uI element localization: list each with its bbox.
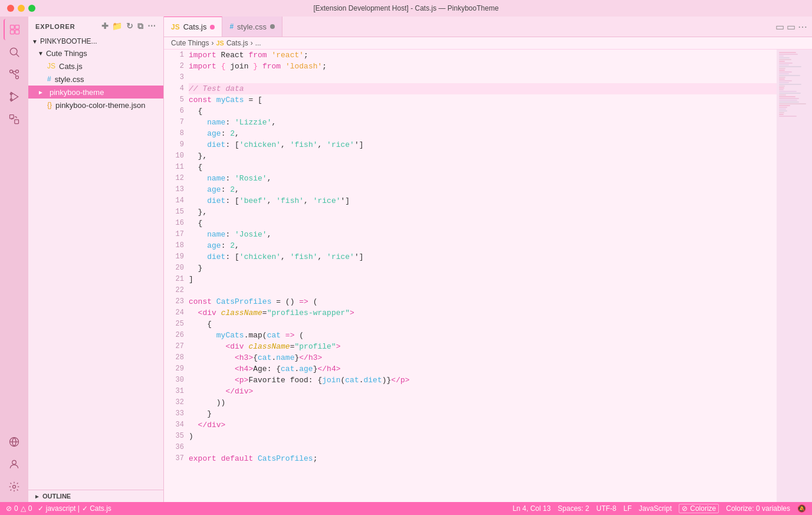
svg-line-5	[17, 54, 19, 57]
status-spaces[interactable]: Spaces: 2	[558, 504, 589, 513]
sidebar-title: Explorer	[35, 23, 75, 30]
code-line-25: {	[189, 319, 777, 330]
ellipsis-icon[interactable]: ⋯	[147, 21, 156, 31]
sidebar-header: Explorer ✚ 📁 ↻ ⧉ ⋯	[28, 17, 163, 36]
code-line-24: <div className="profiles-wrapper">	[189, 307, 777, 319]
editor-with-minimap: 1234567891011121314151617181920212223242…	[164, 50, 812, 502]
root-folder-name: PINKYBOOTHE...	[40, 37, 97, 45]
tab-cats-js[interactable]: JS Cats.js	[164, 17, 222, 37]
line-numbers: 1234567891011121314151617181920212223242…	[164, 50, 189, 502]
status-encoding[interactable]: UTF-8	[596, 504, 616, 513]
minimize-button[interactable]	[18, 5, 25, 12]
new-folder-icon[interactable]: 📁	[112, 21, 123, 31]
svg-rect-0	[11, 25, 15, 29]
breadcrumb-js-icon: JS	[216, 40, 223, 47]
sidebar-item-style-css[interactable]: # style.css	[28, 73, 163, 86]
status-language-server[interactable]: ✓ javascript | ✓ Cats.js	[38, 504, 111, 513]
activity-bar	[0, 17, 28, 502]
error-count: 0	[14, 504, 18, 513]
more-actions-icon[interactable]: ⋯	[798, 21, 807, 32]
activity-bar-item-remote[interactable]	[4, 431, 25, 452]
editor-area: JS Cats.js # style.css ▭ ▭ ⋯ Cute Things…	[164, 17, 812, 502]
code-line-28: <h3>{cat.name}</h3>	[189, 352, 777, 363]
status-bar: ⊘ 0 △ 0 ✓ javascript | ✓ Cats.js Ln 4, C…	[0, 502, 812, 515]
collapse-icon[interactable]: ⧉	[137, 21, 144, 31]
code-line-12: name: 'Rosie',	[189, 173, 777, 184]
activity-bar-item-git[interactable]	[4, 64, 25, 85]
line-ending-text: LF	[623, 504, 632, 513]
code-editor[interactable]: 1234567891011121314151617181920212223242…	[164, 50, 777, 502]
language-text: JavaScript	[639, 504, 672, 513]
sidebar-header-icons: ✚ 📁 ↻ ⧉ ⋯	[101, 21, 156, 31]
main-layout: Explorer ✚ 📁 ↻ ⧉ ⋯ ▼ PINKYBOOTHE... ▼ Cu…	[0, 17, 812, 502]
activity-bar-item-extensions[interactable]	[4, 109, 25, 130]
code-line-36	[189, 442, 777, 453]
svg-point-16	[12, 460, 17, 464]
maximize-button[interactable]	[28, 5, 35, 12]
svg-rect-13	[15, 120, 19, 124]
tab-style-css[interactable]: # style.css	[222, 17, 282, 37]
status-position[interactable]: Ln 4, Col 13	[512, 504, 551, 513]
breadcrumb-folder[interactable]: Cute Things	[171, 39, 209, 47]
json-file-icon: {}	[47, 101, 52, 109]
code-line-13: age: 2,	[189, 184, 777, 195]
outline-label: OUTLINE	[42, 493, 71, 500]
chevron-right-icon: ►	[38, 89, 44, 96]
sidebar-file-name-style: style.css	[55, 75, 84, 84]
breadcrumb-separator2: ›	[251, 39, 253, 47]
status-line-ending[interactable]: LF	[623, 504, 632, 513]
status-errors[interactable]: ⊘ 0 △ 0	[6, 504, 32, 513]
status-notifications[interactable]: 🔕	[797, 504, 806, 513]
activity-bar-item-explorer[interactable]	[4, 19, 25, 40]
titlebar-title: [Extension Development Host] - Cats.js —…	[313, 4, 498, 12]
sidebar-outline-header[interactable]: ► OUTLINE	[28, 490, 163, 502]
colorize-no-icon: ⊘	[682, 504, 688, 513]
status-colorize[interactable]: ⊘ Colorize	[679, 504, 719, 513]
code-line-8: age: 2,	[189, 128, 777, 139]
status-colorize-vars[interactable]: Colorize: 0 variables	[726, 504, 790, 513]
svg-rect-1	[15, 25, 19, 29]
status-language[interactable]: JavaScript	[639, 504, 672, 513]
close-button[interactable]	[7, 5, 14, 12]
code-line-33: }	[189, 408, 777, 419]
sidebar-folder-cute-things[interactable]: ▼ Cute Things	[28, 47, 163, 60]
new-file-icon[interactable]: ✚	[101, 21, 109, 31]
code-line-1: import React from 'react';	[189, 50, 777, 61]
activity-bar-item-settings[interactable]	[4, 476, 25, 497]
language-server-text: ✓ javascript |	[38, 504, 79, 513]
code-line-18: age: 2,	[189, 240, 777, 251]
tab-label-cats: Cats.js	[183, 22, 207, 31]
code-line-29: <h4>Age: {cat.age}</h4>	[189, 363, 777, 375]
code-line-2: import { join } from 'lodash';	[189, 61, 777, 72]
breadcrumb-file[interactable]: Cats.js	[226, 39, 248, 47]
sidebar-item-cats-js[interactable]: JS Cats.js	[28, 60, 163, 73]
sidebar-item-pinkyboo-theme[interactable]: ► pinkyboo-theme	[28, 86, 163, 99]
titlebar-buttons	[7, 5, 35, 12]
code-content[interactable]: import React from 'react';import { join …	[189, 50, 777, 502]
tab-modified-dot	[210, 25, 215, 29]
activity-bar-item-search[interactable]	[4, 41, 25, 63]
spaces-text: Spaces: 2	[558, 504, 589, 513]
svg-point-8	[16, 70, 19, 73]
breadcrumb: Cute Things › JS Cats.js › ...	[164, 37, 812, 50]
css-file-icon: #	[47, 75, 51, 83]
activity-bar-bottom	[4, 431, 25, 502]
code-line-34: </div>	[189, 419, 777, 431]
refresh-icon[interactable]: ↻	[126, 21, 134, 31]
code-line-15: },	[189, 206, 777, 218]
activity-bar-item-account[interactable]	[4, 454, 25, 475]
code-line-31: </div>	[189, 386, 777, 397]
sidebar-item-pinkyboo-json[interactable]: {} pinkyboo-color-theme.json	[28, 99, 163, 111]
sidebar-root-folder[interactable]: ▼ PINKYBOOTHE...	[28, 36, 163, 47]
colorize-vars-text: Colorize: 0 variables	[726, 504, 790, 513]
svg-point-7	[16, 76, 19, 79]
split-editor-icon[interactable]: ▭ ▭	[775, 21, 795, 32]
activity-bar-item-debug[interactable]	[4, 86, 25, 107]
code-line-22	[189, 285, 777, 296]
sidebar-file-name-cats: Cats.js	[59, 62, 83, 71]
tab-bar: JS Cats.js # style.css ▭ ▭ ⋯	[164, 17, 812, 37]
breadcrumb-symbol[interactable]: ...	[255, 39, 261, 47]
js-file-icon: JS	[47, 62, 55, 70]
code-line-21: ]	[189, 274, 777, 285]
chevron-right-icon: ►	[34, 493, 40, 500]
